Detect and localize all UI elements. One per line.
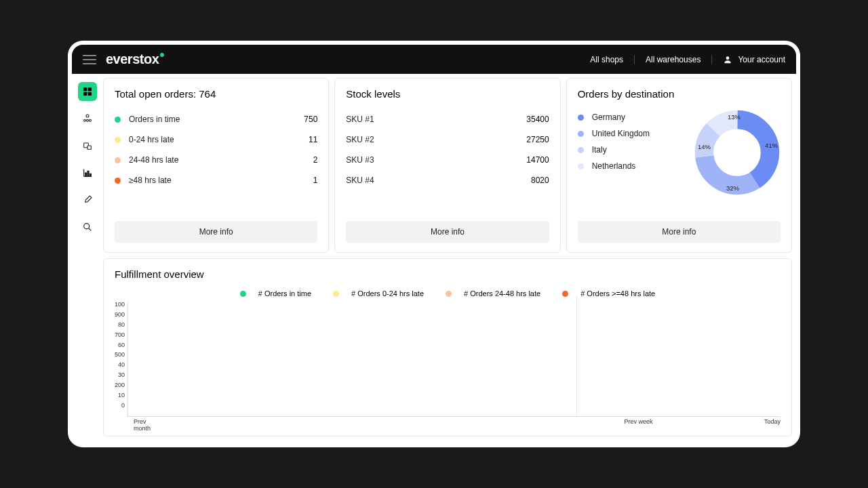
y-tick: 10 [115, 392, 125, 399]
row-label: SKU #2 [346, 135, 526, 144]
bars-area [127, 302, 781, 417]
card-title: Stock levels [346, 88, 549, 100]
row-value: 2 [313, 155, 318, 165]
legend-item: Netherlands [578, 158, 687, 174]
svg-point-6 [84, 119, 86, 121]
donut-label: 41% [765, 142, 778, 149]
row-label: 0-24 hrs late [129, 135, 309, 144]
legend-label: Germany [592, 113, 687, 122]
y-tick: 100 [115, 302, 125, 308]
row-label: SKU #1 [346, 115, 526, 124]
row-label: SKU #3 [346, 155, 526, 165]
chart-legend: # Orders in time# Orders 0-24 hrs late# … [115, 289, 781, 298]
y-tick: 500 [115, 352, 125, 358]
legend-dot-icon [562, 291, 568, 297]
legend-label: # Orders in time [258, 289, 311, 298]
y-axis: 10090080700605004030200100 [115, 302, 127, 417]
legend-label: United Kingdom [592, 129, 687, 138]
row-label: Orders in time [129, 115, 304, 124]
users-icon [82, 113, 93, 124]
nav-inventory[interactable] [78, 136, 97, 155]
legend-label: Italy [592, 145, 687, 155]
legend-dot-icon [240, 291, 246, 297]
brand-dot-icon [160, 53, 164, 57]
x-label-end: Today [764, 418, 781, 432]
main-content: Total open orders: 764 Orders in time750… [103, 74, 796, 443]
nav-dashboard[interactable] [78, 82, 97, 101]
status-dot-icon [115, 178, 121, 184]
card-title: Fulfillment overview [115, 268, 781, 280]
side-rail [72, 74, 103, 443]
legend-label: Netherlands [592, 161, 687, 171]
svg-point-19 [715, 131, 759, 174]
header-bar: everstox All shops All warehouses Your a… [72, 45, 796, 74]
list-item: ≥48 hrs late1 [115, 170, 317, 190]
svg-rect-4 [88, 92, 92, 96]
all-shops-link[interactable]: All shops [579, 55, 635, 64]
legend-item: # Orders in time [240, 289, 311, 298]
row-value: 750 [304, 115, 317, 124]
more-info-button[interactable]: More info [346, 221, 549, 243]
list-item: Orders in time750 [115, 109, 317, 129]
row-value: 8020 [531, 176, 549, 185]
more-info-button[interactable]: More info [578, 221, 781, 243]
y-tick: 80 [115, 322, 125, 328]
legend-dot-icon [333, 291, 339, 297]
row-value: 1 [313, 176, 318, 185]
legend-label: # Orders >=48 hrs late [580, 289, 655, 298]
brand-logo: everstox [106, 52, 172, 67]
search-icon [82, 222, 93, 232]
x-axis: Prev month Prev week Today [115, 418, 781, 432]
y-tick: 200 [115, 382, 125, 388]
row-label: SKU #4 [346, 176, 531, 185]
week-divider [576, 296, 577, 417]
row-label: 24-48 hrs late [129, 155, 313, 165]
y-tick: 0 [115, 403, 125, 409]
cards-row: Total open orders: 764 Orders in time750… [103, 78, 792, 253]
legend-item: # Orders 0-24 hrs late [333, 289, 424, 298]
open-orders-card: Total open orders: 764 Orders in time750… [103, 78, 329, 253]
donut-svg [694, 109, 781, 196]
list-item: SKU #135400 [346, 109, 549, 129]
body: Total open orders: 764 Orders in time750… [72, 74, 796, 443]
bar-chart: 10090080700605004030200100 [115, 302, 781, 417]
list-item: SKU #48020 [346, 170, 549, 190]
nav-search[interactable] [78, 218, 97, 237]
legend-label: # Orders 24-48 hrs late [464, 289, 540, 298]
svg-point-0 [726, 56, 730, 60]
legend-dot-icon [578, 147, 584, 153]
account-label: Your account [738, 55, 785, 64]
nav-picker[interactable] [78, 190, 97, 209]
box-icon [82, 140, 93, 151]
row-value: 27250 [526, 135, 549, 144]
nav-analytics[interactable] [78, 163, 97, 182]
x-label-mid: Prev week [625, 418, 653, 432]
legend-item: # Orders 24-48 hrs late [446, 289, 540, 298]
more-info-button[interactable]: More info [115, 221, 317, 243]
person-icon [723, 55, 732, 64]
svg-rect-11 [85, 173, 87, 176]
svg-rect-1 [83, 87, 87, 91]
list-item: SKU #227250 [346, 129, 549, 150]
status-dot-icon [115, 137, 121, 143]
y-tick: 60 [115, 342, 125, 348]
status-dot-icon [115, 157, 121, 163]
account-menu[interactable]: Your account [712, 55, 785, 64]
legend-dot-icon [578, 163, 584, 169]
nav-users[interactable] [78, 109, 97, 128]
svg-point-5 [86, 115, 89, 117]
chart-icon [82, 167, 93, 178]
orders-by-destination-card: Orders by destination GermanyUnited King… [566, 78, 792, 253]
legend-item: Italy [578, 142, 687, 158]
fulfillment-overview-card: Fulfillment overview # Orders in time# O… [103, 258, 792, 436]
row-value: 11 [309, 135, 317, 144]
legend-dot-icon [446, 291, 452, 297]
y-tick: 700 [115, 332, 125, 338]
legend-dot-icon [578, 115, 584, 121]
x-label-start: Prev month [134, 418, 151, 432]
all-warehouses-link[interactable]: All warehouses [635, 55, 712, 64]
list-item: SKU #314700 [346, 150, 549, 170]
svg-point-8 [90, 119, 92, 121]
menu-icon[interactable] [83, 55, 96, 64]
donut-chart: 41% 32% 14% 13% [694, 109, 781, 196]
